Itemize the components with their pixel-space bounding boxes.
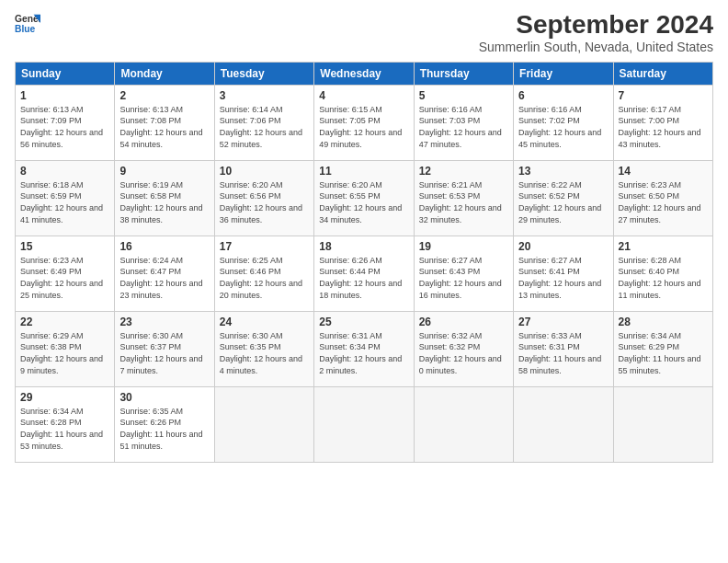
calendar-cell: 1Sunrise: 6:13 AMSunset: 7:09 PMDaylight… <box>16 85 115 160</box>
day-number: 30 <box>119 391 209 404</box>
calendar-table: SundayMondayTuesdayWednesdayThursdayFrid… <box>15 62 713 463</box>
calendar-cell: 16Sunrise: 6:24 AMSunset: 6:47 PMDayligh… <box>115 236 214 311</box>
week-row-1: 1Sunrise: 6:13 AMSunset: 7:09 PMDaylight… <box>16 85 713 160</box>
day-info: Sunrise: 6:18 AMSunset: 6:59 PMDaylight:… <box>20 179 109 225</box>
calendar-cell: 18Sunrise: 6:26 AMSunset: 6:44 PMDayligh… <box>314 236 414 311</box>
day-number: 1 <box>20 89 109 102</box>
day-number: 11 <box>319 165 408 178</box>
day-info: Sunrise: 6:17 AMSunset: 7:00 PMDaylight:… <box>619 104 708 150</box>
day-number: 5 <box>419 89 508 102</box>
month-title: September 2024 <box>479 11 713 40</box>
day-number: 12 <box>419 165 508 178</box>
calendar-cell: 9Sunrise: 6:19 AMSunset: 6:58 PMDaylight… <box>115 160 214 236</box>
calendar-cell: 3Sunrise: 6:14 AMSunset: 7:06 PMDaylight… <box>214 85 313 160</box>
day-info: Sunrise: 6:13 AMSunset: 7:08 PMDaylight:… <box>119 104 209 150</box>
column-header-monday: Monday <box>115 62 214 85</box>
calendar-cell: 5Sunrise: 6:16 AMSunset: 7:03 PMDaylight… <box>414 85 513 160</box>
day-number: 26 <box>419 316 508 328</box>
day-info: Sunrise: 6:15 AMSunset: 7:05 PMDaylight:… <box>319 104 408 150</box>
day-number: 21 <box>619 240 708 253</box>
day-info: Sunrise: 6:14 AMSunset: 7:06 PMDaylight:… <box>220 104 309 150</box>
day-info: Sunrise: 6:13 AMSunset: 7:09 PMDaylight:… <box>20 104 109 150</box>
week-row-3: 15Sunrise: 6:23 AMSunset: 6:49 PMDayligh… <box>16 236 713 311</box>
location-subtitle: Summerlin South, Nevada, United States <box>479 40 713 54</box>
day-number: 6 <box>518 89 608 102</box>
calendar-cell: 27Sunrise: 6:33 AMSunset: 6:31 PMDayligh… <box>514 311 613 386</box>
week-row-5: 29Sunrise: 6:34 AMSunset: 6:28 PMDayligh… <box>16 386 713 462</box>
calendar-cell: 8Sunrise: 6:18 AMSunset: 6:59 PMDaylight… <box>16 160 115 236</box>
day-info: Sunrise: 6:27 AMSunset: 6:41 PMDaylight:… <box>518 255 608 301</box>
calendar-cell: 23Sunrise: 6:30 AMSunset: 6:37 PMDayligh… <box>115 311 214 386</box>
day-info: Sunrise: 6:21 AMSunset: 6:53 PMDaylight:… <box>419 179 508 225</box>
week-row-2: 8Sunrise: 6:18 AMSunset: 6:59 PMDaylight… <box>16 160 713 236</box>
day-info: Sunrise: 6:30 AMSunset: 6:35 PMDaylight:… <box>220 330 309 376</box>
column-header-saturday: Saturday <box>613 62 712 85</box>
header-row: SundayMondayTuesdayWednesdayThursdayFrid… <box>16 62 713 85</box>
day-info: Sunrise: 6:31 AMSunset: 6:34 PMDaylight:… <box>319 330 408 376</box>
day-number: 15 <box>20 240 109 253</box>
svg-text:Blue: Blue <box>15 24 36 34</box>
calendar-cell: 28Sunrise: 6:34 AMSunset: 6:29 PMDayligh… <box>613 311 712 386</box>
day-number: 2 <box>119 89 209 102</box>
calendar-cell: 24Sunrise: 6:30 AMSunset: 6:35 PMDayligh… <box>214 311 313 386</box>
column-header-thursday: Thursday <box>414 62 513 85</box>
day-info: Sunrise: 6:33 AMSunset: 6:31 PMDaylight:… <box>518 330 608 376</box>
day-info: Sunrise: 6:19 AMSunset: 6:58 PMDaylight:… <box>119 179 209 225</box>
logo: General Blue <box>15 11 40 37</box>
day-number: 24 <box>220 316 309 328</box>
calendar-cell: 25Sunrise: 6:31 AMSunset: 6:34 PMDayligh… <box>314 311 414 386</box>
day-number: 3 <box>220 89 309 102</box>
calendar-cell: 19Sunrise: 6:27 AMSunset: 6:43 PMDayligh… <box>414 236 513 311</box>
day-number: 20 <box>518 240 608 253</box>
header: General Blue September 2024 Summerlin So… <box>15 11 713 54</box>
day-number: 4 <box>319 89 408 102</box>
column-header-sunday: Sunday <box>16 62 115 85</box>
calendar-cell: 11Sunrise: 6:20 AMSunset: 6:55 PMDayligh… <box>314 160 414 236</box>
day-info: Sunrise: 6:30 AMSunset: 6:37 PMDaylight:… <box>119 330 209 376</box>
day-info: Sunrise: 6:29 AMSunset: 6:38 PMDaylight:… <box>20 330 109 376</box>
day-number: 27 <box>518 316 608 328</box>
calendar-cell <box>214 386 313 462</box>
calendar-cell: 10Sunrise: 6:20 AMSunset: 6:56 PMDayligh… <box>214 160 313 236</box>
calendar-cell: 14Sunrise: 6:23 AMSunset: 6:50 PMDayligh… <box>613 160 712 236</box>
day-number: 23 <box>119 316 209 328</box>
day-info: Sunrise: 6:23 AMSunset: 6:50 PMDaylight:… <box>619 179 708 225</box>
day-info: Sunrise: 6:23 AMSunset: 6:49 PMDaylight:… <box>20 255 109 301</box>
calendar-cell: 4Sunrise: 6:15 AMSunset: 7:05 PMDaylight… <box>314 85 414 160</box>
day-info: Sunrise: 6:22 AMSunset: 6:52 PMDaylight:… <box>518 179 608 225</box>
calendar-cell: 13Sunrise: 6:22 AMSunset: 6:52 PMDayligh… <box>514 160 613 236</box>
calendar-cell: 22Sunrise: 6:29 AMSunset: 6:38 PMDayligh… <box>16 311 115 386</box>
column-header-friday: Friday <box>514 62 613 85</box>
day-info: Sunrise: 6:20 AMSunset: 6:56 PMDaylight:… <box>220 179 309 225</box>
calendar-cell: 21Sunrise: 6:28 AMSunset: 6:40 PMDayligh… <box>613 236 712 311</box>
title-block: September 2024 Summerlin South, Nevada, … <box>479 11 713 54</box>
logo-icon: General Blue <box>15 11 40 37</box>
day-number: 9 <box>119 165 209 178</box>
day-info: Sunrise: 6:32 AMSunset: 6:32 PMDaylight:… <box>419 330 508 376</box>
week-row-4: 22Sunrise: 6:29 AMSunset: 6:38 PMDayligh… <box>16 311 713 386</box>
day-number: 14 <box>619 165 708 178</box>
day-info: Sunrise: 6:28 AMSunset: 6:40 PMDaylight:… <box>619 255 708 301</box>
calendar-cell <box>414 386 513 462</box>
calendar-cell: 15Sunrise: 6:23 AMSunset: 6:49 PMDayligh… <box>16 236 115 311</box>
calendar-cell <box>514 386 613 462</box>
day-number: 16 <box>119 240 209 253</box>
day-number: 13 <box>518 165 608 178</box>
day-info: Sunrise: 6:34 AMSunset: 6:28 PMDaylight:… <box>20 406 109 452</box>
day-info: Sunrise: 6:16 AMSunset: 7:03 PMDaylight:… <box>419 104 508 150</box>
day-info: Sunrise: 6:25 AMSunset: 6:46 PMDaylight:… <box>220 255 309 301</box>
calendar-cell: 7Sunrise: 6:17 AMSunset: 7:00 PMDaylight… <box>613 85 712 160</box>
day-number: 29 <box>20 391 109 404</box>
calendar-cell: 12Sunrise: 6:21 AMSunset: 6:53 PMDayligh… <box>414 160 513 236</box>
day-info: Sunrise: 6:24 AMSunset: 6:47 PMDaylight:… <box>119 255 209 301</box>
day-number: 22 <box>20 316 109 328</box>
calendar-cell <box>613 386 712 462</box>
column-header-wednesday: Wednesday <box>314 62 414 85</box>
calendar-cell: 2Sunrise: 6:13 AMSunset: 7:08 PMDaylight… <box>115 85 214 160</box>
calendar-cell: 30Sunrise: 6:35 AMSunset: 6:26 PMDayligh… <box>115 386 214 462</box>
calendar-cell: 26Sunrise: 6:32 AMSunset: 6:32 PMDayligh… <box>414 311 513 386</box>
calendar-cell <box>314 386 414 462</box>
day-info: Sunrise: 6:16 AMSunset: 7:02 PMDaylight:… <box>518 104 608 150</box>
calendar-cell: 6Sunrise: 6:16 AMSunset: 7:02 PMDaylight… <box>514 85 613 160</box>
day-info: Sunrise: 6:27 AMSunset: 6:43 PMDaylight:… <box>419 255 508 301</box>
